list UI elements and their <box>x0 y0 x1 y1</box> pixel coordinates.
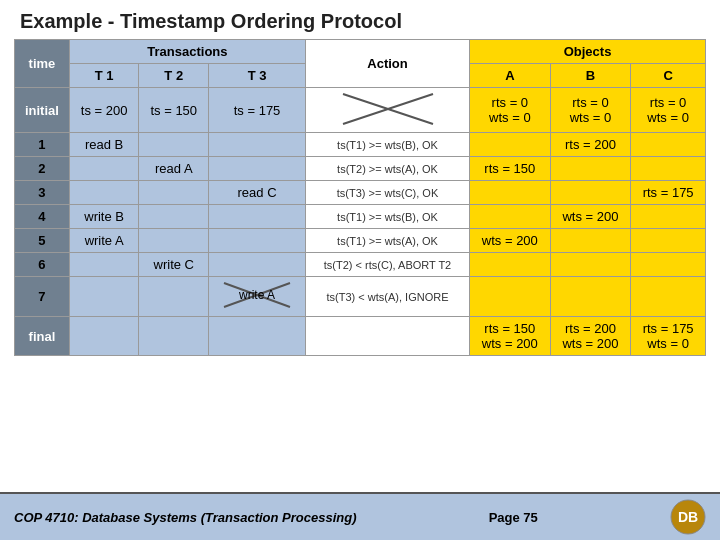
time-cell: 5 <box>15 229 70 253</box>
action-cell <box>306 317 470 356</box>
txn-t3-cell <box>209 229 306 253</box>
footer-right-text: Page 75 <box>489 510 538 525</box>
time-cell: final <box>15 317 70 356</box>
obj-b-cell: rts = 200 <box>550 133 631 157</box>
obj-c-cell <box>631 205 706 229</box>
txn-t2-cell <box>139 133 209 157</box>
obj-a-cell <box>470 253 551 277</box>
txn-t1-cell: ts = 200 <box>69 88 139 133</box>
obj-c-cell: rts = 175 wts = 0 <box>631 317 706 356</box>
time-cell: 1 <box>15 133 70 157</box>
footer: COP 4710: Database Systems (Transaction … <box>0 492 720 540</box>
txn-t3-cell <box>209 157 306 181</box>
col-group-transactions: Transactions <box>69 40 305 64</box>
table-row: 1read Bts(T1) >= wts(B), OKrts = 200 <box>15 133 706 157</box>
main-table-container: time Transactions Action Objects T 1 T 2… <box>0 39 720 492</box>
table-row: 2read Ats(T2) >= wts(A), OKrts = 150 <box>15 157 706 181</box>
action-cell <box>306 88 470 133</box>
txn-t1-cell: write B <box>69 205 139 229</box>
obj-a-cell: wts = 200 <box>470 229 551 253</box>
txn-t1-cell <box>69 277 139 317</box>
table-row: initialts = 200ts = 150ts = 175rts = 0 w… <box>15 88 706 133</box>
txn-t2-cell: ts = 150 <box>139 88 209 133</box>
obj-c-cell <box>631 229 706 253</box>
col-header-t2: T 2 <box>139 64 209 88</box>
action-cell: ts(T2) >= wts(A), OK <box>306 157 470 181</box>
txn-t1-cell <box>69 317 139 356</box>
obj-b-cell <box>550 229 631 253</box>
obj-b-cell <box>550 277 631 317</box>
txn-t3-cell: ts = 175 <box>209 88 306 133</box>
txn-t2-cell: write C <box>139 253 209 277</box>
obj-a-cell <box>470 205 551 229</box>
obj-c-cell <box>631 277 706 317</box>
obj-c-cell: rts = 175 <box>631 181 706 205</box>
obj-c-cell: rts = 0 wts = 0 <box>631 88 706 133</box>
obj-c-cell <box>631 157 706 181</box>
table-row: 6write Cts(T2) < rts(C), ABORT T2 <box>15 253 706 277</box>
time-cell: 4 <box>15 205 70 229</box>
txn-t3-cell <box>209 205 306 229</box>
time-cell: initial <box>15 88 70 133</box>
obj-b-cell: rts = 0 wts = 0 <box>550 88 631 133</box>
col-header-time: time <box>15 40 70 88</box>
txn-t3-cell <box>209 133 306 157</box>
page-title: Example - Timestamp Ordering Protocol <box>0 0 720 39</box>
table-row: 4write Bts(T1) >= wts(B), OKwts = 200 <box>15 205 706 229</box>
obj-b-cell <box>550 253 631 277</box>
txn-t2-cell: read A <box>139 157 209 181</box>
time-cell: 6 <box>15 253 70 277</box>
table-row: 7write Ats(T3) < wts(A), IGNORE <box>15 277 706 317</box>
footer-logo-icon: DB <box>670 499 706 535</box>
txn-t1-cell <box>69 157 139 181</box>
txn-t2-cell <box>139 277 209 317</box>
txn-t2-cell <box>139 205 209 229</box>
txn-t3-cell: read C <box>209 181 306 205</box>
action-cell: ts(T3) >= wts(C), OK <box>306 181 470 205</box>
action-cell: ts(T3) < wts(A), IGNORE <box>306 277 470 317</box>
txn-t1-cell <box>69 253 139 277</box>
obj-a-cell <box>470 133 551 157</box>
action-cell: ts(T1) >= wts(A), OK <box>306 229 470 253</box>
txn-t3-cell <box>209 253 306 277</box>
col-header-t1: T 1 <box>69 64 139 88</box>
time-cell: 7 <box>15 277 70 317</box>
col-group-objects: Objects <box>470 40 706 64</box>
action-cell: ts(T2) < rts(C), ABORT T2 <box>306 253 470 277</box>
time-cell: 2 <box>15 157 70 181</box>
obj-a-cell: rts = 150 <box>470 157 551 181</box>
footer-left-text: COP 4710: Database Systems (Transaction … <box>14 510 356 525</box>
svg-text:write  A: write A <box>238 288 275 302</box>
table-row: 3read Cts(T3) >= wts(C), OKrts = 175 <box>15 181 706 205</box>
txn-t2-cell <box>139 229 209 253</box>
svg-text:DB: DB <box>678 509 698 525</box>
txn-t2-cell <box>139 181 209 205</box>
time-cell: 3 <box>15 181 70 205</box>
action-cell: ts(T1) >= wts(B), OK <box>306 205 470 229</box>
obj-c-cell <box>631 133 706 157</box>
txn-t2-cell <box>139 317 209 356</box>
col-header-a: A <box>470 64 551 88</box>
obj-b-cell <box>550 181 631 205</box>
table-row: finalrts = 150 wts = 200rts = 200 wts = … <box>15 317 706 356</box>
txn-t1-cell: read B <box>69 133 139 157</box>
obj-c-cell <box>631 253 706 277</box>
txn-t1-cell: write A <box>69 229 139 253</box>
obj-a-cell: rts = 0 wts = 0 <box>470 88 551 133</box>
obj-a-cell <box>470 181 551 205</box>
obj-a-cell: rts = 150 wts = 200 <box>470 317 551 356</box>
col-header-c: C <box>631 64 706 88</box>
txn-t3-cell <box>209 317 306 356</box>
timestamp-table: time Transactions Action Objects T 1 T 2… <box>14 39 706 356</box>
col-header-action: Action <box>306 40 470 88</box>
table-row: 5write Ats(T1) >= wts(A), OKwts = 200 <box>15 229 706 253</box>
obj-a-cell <box>470 277 551 317</box>
obj-b-cell: wts = 200 <box>550 205 631 229</box>
obj-b-cell: rts = 200 wts = 200 <box>550 317 631 356</box>
col-header-b: B <box>550 64 631 88</box>
txn-t3-cell: write A <box>209 277 306 317</box>
txn-t1-cell <box>69 181 139 205</box>
action-cell: ts(T1) >= wts(B), OK <box>306 133 470 157</box>
col-header-t3: T 3 <box>209 64 306 88</box>
obj-b-cell <box>550 157 631 181</box>
